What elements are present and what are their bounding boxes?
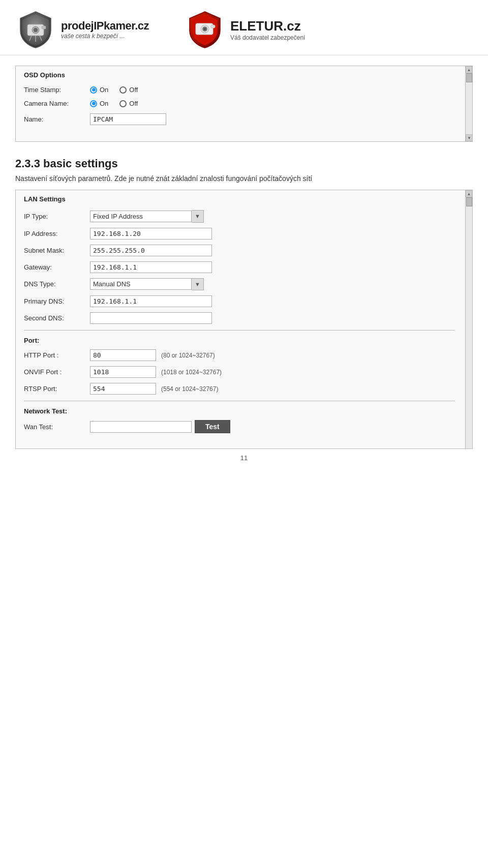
onvif-port-row: ONVIF Port : (1018 or 1024~32767) <box>24 366 455 378</box>
lan-scrollbar-thumb[interactable] <box>466 197 472 206</box>
http-port-label: HTTP Port : <box>24 351 90 359</box>
svg-rect-3 <box>42 26 46 29</box>
gateway-label: Gateway: <box>24 263 90 271</box>
ip-address-label: IP Address: <box>24 230 90 237</box>
http-port-input[interactable] <box>90 349 156 361</box>
camera-name-row: Camera Name: On Off <box>24 100 455 107</box>
ip-type-row: IP Type: Fixed IP Address DHCP ▼ <box>24 210 455 223</box>
onvif-port-input[interactable] <box>90 366 156 378</box>
name-input[interactable] <box>90 113 166 125</box>
ip-type-label: IP Type: <box>24 213 90 220</box>
rtsp-port-hint: (554 or 1024~32767) <box>161 385 218 393</box>
gateway-input[interactable] <box>90 261 212 273</box>
lan-scrollbar[interactable]: ▲ <box>465 190 472 448</box>
primary-dns-input[interactable] <box>90 295 212 307</box>
logo-left-tagline: vaše cesta k bezpečí ... <box>61 33 149 40</box>
primary-dns-label: Primary DNS: <box>24 297 90 305</box>
camera-name-on-option[interactable]: On <box>90 100 108 107</box>
wan-test-row: Wan Test: Test <box>24 420 455 433</box>
page-number: 11 <box>15 449 473 472</box>
dns-type-select[interactable]: Manual DNS Auto DNS <box>90 278 192 290</box>
subnet-mask-label: Subnet Mask: <box>24 247 90 254</box>
svg-point-10 <box>203 27 206 31</box>
subnet-mask-row: Subnet Mask: <box>24 245 455 256</box>
dns-type-select-wrapper: Manual DNS Auto DNS ▼ <box>90 278 204 291</box>
rtsp-port-input[interactable] <box>90 383 156 395</box>
logo-right-brand: ELETUR.cz <box>230 18 305 34</box>
section-heading: 2.3.3 basic settings <box>15 157 473 170</box>
logo-left-text: prodejIPkamer.cz vaše cesta k bezpečí ..… <box>61 19 149 40</box>
lan-panel: ▲ LAN Settings IP Type: Fixed IP Address… <box>15 190 473 449</box>
dns-type-label: DNS Type: <box>24 280 90 288</box>
second-dns-input[interactable] <box>90 312 212 324</box>
logo-left: prodejIPkamer.cz vaše cesta k bezpečí ..… <box>15 9 149 50</box>
scrollbar-up-arrow[interactable]: ▲ <box>466 66 472 73</box>
osd-panel-inner: OSD Options Time Stamp: On Off Came <box>16 66 465 141</box>
time-stamp-row: Time Stamp: On Off <box>24 86 455 94</box>
logo-right-text: ELETUR.cz Váš dodavatel zabezpečení <box>230 18 305 41</box>
dns-type-select-arrow[interactable]: ▼ <box>192 278 204 291</box>
onvif-port-label: ONVIF Port : <box>24 368 90 376</box>
osd-scrollbar[interactable]: ▲ ▼ <box>465 66 472 141</box>
time-stamp-on-option[interactable]: On <box>90 86 108 94</box>
second-dns-label: Second DNS: <box>24 314 90 322</box>
camera-name-off-label: Off <box>129 100 138 107</box>
network-test-title: Network Test: <box>24 407 455 415</box>
left-shield-icon <box>15 9 56 50</box>
time-stamp-off-radio[interactable] <box>119 86 127 94</box>
osd-panel-title: OSD Options <box>24 71 455 79</box>
lan-scrollbar-up[interactable]: ▲ <box>466 190 472 197</box>
port-section-title: Port: <box>24 337 455 344</box>
section-description: Nastavení síťových parametrů. Zde je nut… <box>15 174 473 183</box>
wan-test-input[interactable] <box>90 421 192 433</box>
rtsp-port-label: RTSP Port: <box>24 385 90 393</box>
camera-name-label: Camera Name: <box>24 100 90 107</box>
port-divider <box>24 330 455 331</box>
lan-panel-title: LAN Settings <box>24 195 455 203</box>
subnet-mask-input[interactable] <box>90 245 212 256</box>
osd-panel: ▲ ▼ OSD Options Time Stamp: On Off <box>15 66 473 142</box>
camera-name-off-radio[interactable] <box>119 100 127 107</box>
primary-dns-row: Primary DNS: <box>24 295 455 307</box>
lan-panel-inner: LAN Settings IP Type: Fixed IP Address D… <box>16 190 465 448</box>
logo-right: ELETUR.cz Váš dodavatel zabezpečení <box>185 9 305 50</box>
test-button[interactable]: Test <box>195 420 230 433</box>
ip-address-row: IP Address: <box>24 228 455 240</box>
camera-name-on-radio[interactable] <box>90 100 97 107</box>
svg-point-2 <box>34 28 38 32</box>
name-row: Name: <box>24 113 455 125</box>
network-test-divider <box>24 401 455 401</box>
time-stamp-label: Time Stamp: <box>24 86 90 94</box>
camera-name-radio-group: On Off <box>90 100 146 107</box>
http-port-row: HTTP Port : (80 or 1024~32767) <box>24 349 455 361</box>
ip-address-input[interactable] <box>90 228 212 240</box>
camera-name-off-option[interactable]: Off <box>119 100 138 107</box>
http-port-hint: (80 or 1024~32767) <box>161 352 215 359</box>
ip-type-select-wrapper: Fixed IP Address DHCP ▼ <box>90 210 204 223</box>
time-stamp-on-radio[interactable] <box>90 86 97 94</box>
rtsp-port-row: RTSP Port: (554 or 1024~32767) <box>24 383 455 395</box>
time-stamp-off-option[interactable]: Off <box>119 86 138 94</box>
right-shield-icon <box>185 9 225 50</box>
time-stamp-on-label: On <box>100 86 108 94</box>
time-stamp-radio-group: On Off <box>90 86 146 94</box>
page-content: ▲ ▼ OSD Options Time Stamp: On Off <box>0 55 488 482</box>
second-dns-row: Second DNS: <box>24 312 455 324</box>
scrollbar-thumb[interactable] <box>466 73 472 82</box>
gateway-row: Gateway: <box>24 261 455 273</box>
dns-type-row: DNS Type: Manual DNS Auto DNS ▼ <box>24 278 455 291</box>
page-header: prodejIPkamer.cz vaše cesta k bezpečí ..… <box>0 0 488 55</box>
camera-name-on-label: On <box>100 100 108 107</box>
wan-test-label: Wan Test: <box>24 423 90 431</box>
logo-right-tagline: Váš dodavatel zabezpečení <box>230 34 305 41</box>
ip-type-select-arrow[interactable]: ▼ <box>192 210 204 223</box>
scrollbar-down-arrow[interactable]: ▼ <box>466 134 473 141</box>
logo-left-brand: prodejIPkamer.cz <box>61 19 149 33</box>
name-label: Name: <box>24 115 90 123</box>
ip-type-select[interactable]: Fixed IP Address DHCP <box>90 211 192 222</box>
time-stamp-off-label: Off <box>129 86 138 94</box>
svg-rect-11 <box>211 25 215 28</box>
onvif-port-hint: (1018 or 1024~32767) <box>161 369 222 376</box>
